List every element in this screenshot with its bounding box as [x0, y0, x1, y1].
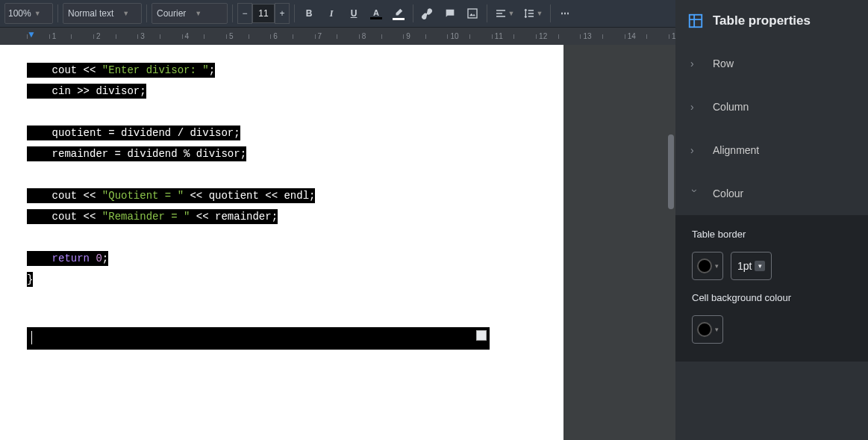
chevron-right-icon: › — [690, 101, 699, 113]
ruler-tick — [513, 34, 536, 39]
table-icon — [687, 13, 704, 29]
ruler-tick: 5 — [226, 33, 249, 40]
ruler-tick: 3 — [137, 33, 160, 40]
ruler-tick — [558, 34, 581, 39]
paragraph-style-dropdown[interactable]: Normal text ▼ — [63, 3, 142, 24]
document-page[interactable]: cout << "Enter divisor: "; cin >> diviso… — [0, 45, 594, 440]
chevron-down-icon: ▾ — [715, 326, 719, 333]
border-width-value: 1pt — [737, 260, 752, 272]
code-line[interactable]: cout << "Remainder = " << remainder; — [27, 206, 594, 227]
ruler-tick: 10 — [447, 33, 469, 40]
ruler-tick: 4 — [182, 33, 204, 40]
row-section[interactable]: › Row — [675, 42, 868, 85]
chevron-down-icon: ▾ — [755, 261, 765, 271]
code-line[interactable]: cout << "Enter divisor: "; — [27, 60, 594, 81]
colour-section-content: Table border ▾ 1pt ▾ Cell background col… — [675, 215, 868, 362]
italic-button[interactable]: I — [322, 4, 341, 23]
chevron-down-icon: ▼ — [34, 10, 41, 17]
svg-rect-1 — [690, 15, 702, 28]
separator — [487, 4, 487, 22]
colour-section[interactable]: › Colour — [675, 172, 868, 215]
svg-rect-0 — [468, 9, 477, 18]
scrollbar-thumb[interactable] — [668, 134, 674, 209]
font-size-increase-button[interactable]: + — [275, 3, 290, 24]
cell-handle[interactable] — [476, 330, 487, 341]
canvas-background — [563, 45, 675, 440]
ruler-tick — [160, 34, 182, 39]
more-button[interactable]: ⋯ — [555, 4, 575, 23]
ruler-tick — [381, 34, 404, 39]
zoom-dropdown[interactable]: 100% ▼ — [4, 3, 53, 24]
table-properties-panel: Table properties › Row › Column › Alignm… — [675, 0, 868, 440]
align-left-icon — [495, 7, 507, 19]
panel-title: Table properties — [713, 13, 811, 28]
ruler-tick — [293, 34, 315, 39]
code-line[interactable]: } — [27, 269, 594, 290]
code-line[interactable] — [27, 164, 594, 185]
line-spacing-button[interactable]: ▼ — [520, 4, 546, 23]
background-color-picker[interactable]: ▾ — [692, 315, 723, 344]
color-swatch-black — [697, 258, 712, 273]
ruler-tick: 11 — [492, 33, 514, 40]
align-button[interactable]: ▼ — [492, 4, 517, 23]
border-width-dropdown[interactable]: 1pt ▾ — [731, 252, 772, 280]
chevron-down-icon: ▼ — [195, 10, 202, 17]
ruler-tick: 7 — [315, 33, 337, 40]
zoom-value: 100% — [8, 8, 31, 19]
separator — [146, 4, 147, 22]
code-line[interactable] — [27, 102, 594, 123]
text-cursor — [31, 331, 32, 344]
ruler-tick: 9 — [403, 33, 425, 40]
separator — [413, 4, 413, 22]
alignment-section[interactable]: › Alignment — [675, 128, 868, 172]
style-value: Normal text — [68, 8, 113, 19]
chevron-down-icon: ▾ — [715, 262, 719, 270]
add-comment-button[interactable] — [440, 4, 460, 23]
link-icon — [422, 7, 434, 19]
insert-link-button[interactable] — [418, 4, 437, 23]
ruler-tick — [116, 34, 138, 39]
ruler-tick: 8 — [359, 33, 381, 40]
section-label: Alignment — [713, 144, 759, 156]
ruler-tick — [249, 34, 271, 39]
code-line[interactable]: quotient = dividend / divisor; — [27, 123, 594, 143]
chevron-right-icon: › — [690, 58, 699, 69]
code-line[interactable]: remainder = dividend % divisor; — [27, 143, 594, 164]
ruler-tick: 2 — [93, 33, 116, 40]
code-line[interactable]: return 0; — [27, 248, 594, 269]
ruler-tick — [602, 34, 625, 39]
font-value: Courier — [157, 8, 186, 19]
font-size-stepper: − 11 + — [237, 3, 290, 24]
chevron-down-icon: ▼ — [122, 10, 129, 17]
code-line[interactable]: cin >> divisor; — [27, 81, 594, 102]
ruler-tick: 1 — [49, 33, 72, 40]
ruler-tick — [337, 34, 359, 39]
ruler-tick — [425, 34, 448, 39]
indent-marker-icon[interactable]: ▼ — [27, 30, 36, 39]
text-color-button[interactable]: A — [366, 4, 386, 23]
chevron-down-icon: › — [689, 189, 701, 198]
separator — [57, 4, 58, 22]
font-size-decrease-button[interactable]: − — [237, 3, 252, 24]
highlighter-icon — [393, 7, 404, 18]
code-line[interactable]: cout << "Quotient = " << quotient << end… — [27, 185, 594, 206]
table-cell[interactable] — [27, 327, 490, 350]
insert-image-button[interactable] — [463, 4, 482, 23]
chevron-down-icon: ▼ — [508, 10, 515, 17]
column-section[interactable]: › Column — [675, 85, 868, 128]
ruler-tick — [646, 34, 669, 39]
section-label: Colour — [713, 188, 743, 199]
ruler-tick: 12 — [536, 33, 558, 40]
chevron-down-icon: ▼ — [537, 10, 543, 17]
separator — [550, 4, 551, 22]
underline-button[interactable]: U — [344, 4, 363, 23]
code-line[interactable] — [27, 227, 594, 248]
border-color-picker[interactable]: ▾ — [692, 252, 723, 280]
ruler-tick: 14 — [625, 33, 647, 40]
image-icon — [466, 7, 478, 19]
code-content[interactable]: cout << "Enter divisor: "; cin >> diviso… — [27, 60, 594, 290]
font-dropdown[interactable]: Courier ▼ — [152, 3, 228, 24]
font-size-input[interactable]: 11 — [252, 4, 275, 23]
bold-button[interactable]: B — [299, 4, 319, 23]
highlight-color-button[interactable] — [389, 4, 408, 23]
